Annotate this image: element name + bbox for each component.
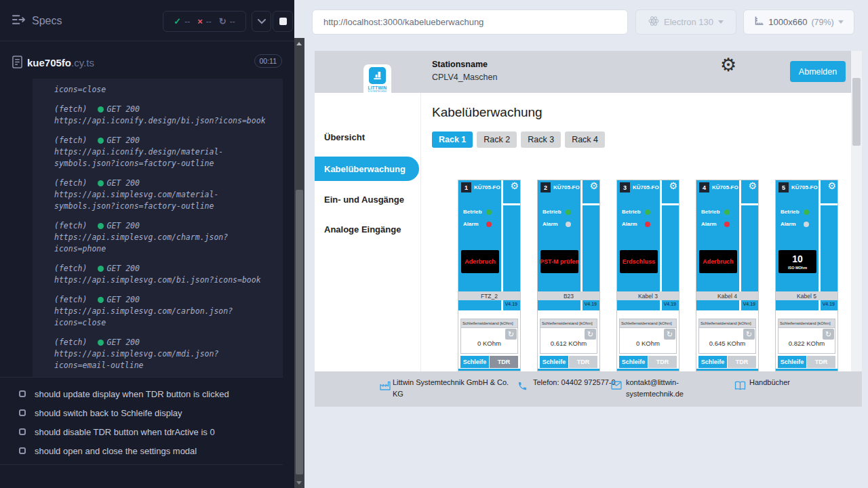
divider — [0, 464, 283, 465]
refresh-button[interactable]: ↻ — [743, 329, 755, 340]
stat-failed: ×-- — [197, 16, 212, 26]
app-content: Kabelüberwachung Rack 1 Rack 2 Rack 3 Ra… — [421, 93, 851, 371]
url-input[interactable] — [313, 17, 627, 27]
device-settings-icon[interactable]: ⚙ — [669, 180, 677, 192]
schleife-button[interactable]: Schleife — [619, 356, 648, 368]
tdr-button[interactable]: TDR — [569, 356, 597, 368]
status-dot — [98, 223, 104, 229]
tab-rack-3[interactable]: Rack 3 — [521, 131, 561, 148]
stat-pending: ↻-- — [219, 16, 235, 26]
sidebar-item-uebersicht[interactable]: Übersicht — [324, 132, 365, 142]
scroll-down-icon[interactable] — [296, 481, 302, 485]
log-entry[interactable]: (fetch)GET 200 https://api.simplesvg.com… — [54, 263, 273, 286]
footer-manuals[interactable]: Handbücher — [749, 377, 790, 388]
device-model: KÜ705-FO — [474, 184, 500, 190]
refresh-button[interactable]: ↻ — [823, 329, 834, 340]
tdr-button[interactable]: TDR — [490, 356, 518, 368]
device-settings-icon[interactable]: ⚙ — [827, 180, 836, 192]
specs-list-icon — [12, 14, 25, 28]
device-display: Erdschluss — [620, 250, 658, 273]
resistance-label: Schleifenwiderstand [kOhm] — [461, 319, 517, 328]
test-pending-icon — [19, 428, 26, 435]
schleife-button[interactable]: Schleife — [460, 356, 489, 368]
tab-rack-2[interactable]: Rack 2 — [477, 131, 517, 148]
url-bar[interactable] — [312, 9, 628, 35]
scroll-up-icon[interactable] — [296, 42, 302, 45]
refresh-button[interactable]: ↻ — [664, 329, 675, 340]
device-settings-icon[interactable]: ⚙ — [748, 180, 757, 192]
refresh-button[interactable]: ↻ — [505, 329, 517, 340]
log-entry[interactable]: (fetch)GET 200 https://api.iconify.desig… — [54, 104, 273, 127]
device-settings-icon[interactable]: ⚙ — [510, 180, 519, 192]
refresh-button[interactable]: ↻ — [585, 329, 596, 340]
device-cards: 1 KÜ705-FO ⚙ Betrieb Alarm Aderbruch FTZ… — [458, 180, 838, 371]
device-number: 4 — [699, 182, 709, 192]
display-main: PST-M prüfen — [540, 258, 579, 265]
sidebar-item-kabelueberwachung[interactable]: Kabelüberwachung — [315, 157, 419, 181]
app-header: Stationsname CPLV4_Maschen ⚙ Abmelden — [315, 51, 851, 93]
footer-email[interactable]: kontakt@littwin-systemtechnik.de — [626, 377, 701, 399]
resistance-label: Schleifenwiderstand [kOhm] — [699, 319, 755, 328]
tdr-button[interactable]: TDR — [648, 356, 677, 368]
alarm-label: Alarm — [622, 221, 645, 227]
collapse-button[interactable] — [252, 11, 271, 32]
test-pending-icon — [19, 390, 26, 397]
alarm-led — [724, 222, 730, 227]
test-item[interactable]: should update display when TDR button is… — [0, 384, 283, 403]
device-model: KÜ705-FO — [553, 184, 580, 190]
tab-rack-4[interactable]: Rack 4 — [565, 131, 605, 148]
command-log: icons=close (fetch)GET 200 https://api.i… — [33, 79, 283, 377]
check-icon: ✓ — [174, 16, 181, 26]
chevron-down-icon — [838, 20, 844, 24]
firmware-version: V4.19 — [743, 302, 755, 306]
scrollbar-thumb[interactable] — [296, 190, 303, 474]
alarm-label: Alarm — [542, 221, 566, 227]
firmware-version: V4.19 — [823, 302, 835, 306]
betrieb-label: Betrieb — [781, 209, 804, 215]
spec-timer: 00:11 — [254, 54, 283, 68]
device-number: 5 — [778, 182, 789, 192]
logout-button[interactable]: Abmelden — [790, 61, 846, 82]
sidebar-item-analoge-eingaenge[interactable]: Analoge Eingänge — [324, 224, 401, 235]
scrollbar-thumb[interactable] — [852, 78, 861, 146]
refresh-icon: ↻ — [508, 331, 514, 338]
alarm-label: Alarm — [463, 221, 486, 227]
browser-selector[interactable]: Electron 130 — [635, 9, 736, 35]
log-entry[interactable]: (fetch)GET 200 https://api.simplesvg.com… — [54, 220, 273, 255]
cable-name: Kabel 4 — [696, 291, 758, 300]
test-item[interactable]: should switch back to Schleife display — [0, 403, 283, 422]
display-main: 10 — [792, 253, 803, 264]
tdr-button[interactable]: TDR — [728, 356, 756, 368]
specs-toggle[interactable]: Specs — [12, 14, 62, 28]
log-entry[interactable]: (fetch)GET 200 https://api.iconify.desig… — [54, 135, 273, 169]
spec-name: kue705fo.cy.ts — [27, 57, 94, 68]
settings-gear-icon[interactable]: ⚙ — [720, 56, 736, 75]
display-main: Erdschluss — [623, 258, 656, 265]
log-entry[interactable]: (fetch)GET 200 https://api.simplesvg.com… — [54, 178, 273, 212]
device-settings-icon[interactable]: ⚙ — [589, 180, 598, 192]
log-entry[interactable]: (fetch)GET 200 https://api.simplesvg.com… — [54, 337, 273, 371]
test-item[interactable]: should disable TDR button when tdrActive… — [0, 422, 283, 441]
spec-header[interactable]: kue705fo.cy.ts 00:11 — [0, 53, 294, 80]
schleife-button[interactable]: Schleife — [698, 356, 727, 368]
device-number: 3 — [620, 182, 630, 192]
stop-button[interactable] — [273, 11, 293, 32]
test-item[interactable]: should open and close the settings modal — [0, 441, 283, 460]
stage: Electron 130 1000x660 (79%) Stationsname… — [304, 0, 868, 488]
app-scrollbar[interactable] — [851, 51, 862, 371]
measurement-panel: Schleifenwiderstand [kOhm] ↻ 0.645 KOhm … — [696, 310, 758, 369]
device-card-2: 2 KÜ705-FO ⚙ Betrieb Alarm PST-M prüfen … — [537, 180, 600, 371]
tdr-button[interactable]: TDR — [807, 356, 835, 368]
stop-icon — [279, 18, 287, 25]
device-display: PST-M prüfen — [540, 250, 578, 273]
test-stats: ✓-- ×-- ↻-- — [163, 11, 246, 32]
tab-rack-1[interactable]: Rack 1 — [432, 131, 473, 148]
log-entry[interactable]: (fetch)GET 200 https://api.simplesvg.com… — [54, 294, 273, 329]
log-entry[interactable]: icons=close — [54, 84, 273, 96]
schleife-button[interactable]: Schleife — [540, 356, 568, 368]
viewport-selector[interactable]: 1000x660 (79%) — [743, 9, 854, 35]
runner-scrollbar[interactable] — [294, 38, 304, 488]
sidebar-item-ein-und-ausgaenge[interactable]: Ein- und Ausgänge — [324, 195, 404, 205]
viewport-icon — [754, 16, 764, 28]
schleife-button[interactable]: Schleife — [778, 356, 806, 368]
